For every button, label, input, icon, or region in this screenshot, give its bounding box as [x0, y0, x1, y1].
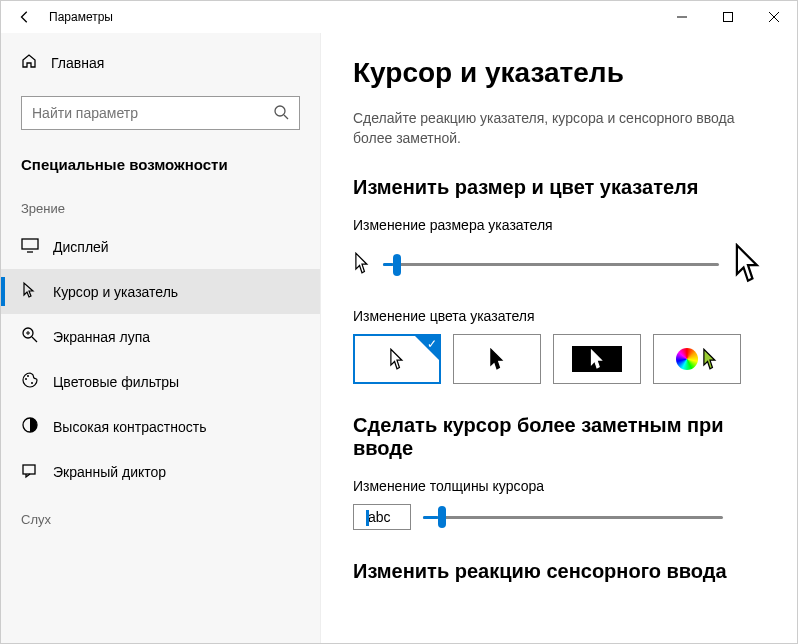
cursor-icon: [21, 281, 39, 302]
svg-point-13: [27, 375, 29, 377]
home-nav[interactable]: Главная: [1, 45, 320, 80]
main-content: Курсор и указатель Сделайте реакцию указ…: [321, 33, 797, 644]
page-description: Сделайте реакцию указателя, курсора и се…: [353, 109, 765, 148]
search-input-wrap[interactable]: [21, 96, 300, 130]
category-heading: Специальные возможности: [1, 146, 320, 183]
contrast-icon: [21, 416, 39, 437]
cursor-thickness-preview: abc: [353, 504, 411, 530]
group-hearing: Слух: [1, 494, 320, 535]
svg-rect-6: [22, 239, 38, 249]
sidebar-item-narrator[interactable]: Экранный диктор: [1, 449, 320, 494]
sidebar: Главная Специальные возможности Зрение Д…: [1, 33, 321, 644]
sidebar-item-label: Дисплей: [53, 239, 109, 255]
home-label: Главная: [51, 55, 104, 71]
svg-rect-1: [724, 13, 733, 22]
sidebar-item-magnifier[interactable]: Экранная лупа: [1, 314, 320, 359]
search-input[interactable]: [32, 105, 273, 121]
svg-line-5: [284, 115, 288, 119]
pointer-size-slider[interactable]: [383, 255, 719, 275]
section-pointer-heading: Изменить размер и цвет указателя: [353, 176, 765, 199]
pointer-color-inverted[interactable]: [553, 334, 641, 384]
close-button[interactable]: [751, 1, 797, 33]
page-title: Курсор и указатель: [353, 57, 765, 89]
section-touch-heading: Изменить реакцию сенсорного ввода: [353, 560, 765, 583]
pointer-size-label: Изменение размера указателя: [353, 217, 765, 233]
sidebar-item-label: Экранный диктор: [53, 464, 166, 480]
pointer-color-custom[interactable]: [653, 334, 741, 384]
maximize-button[interactable]: [705, 1, 751, 33]
minimize-button[interactable]: [659, 1, 705, 33]
sidebar-item-label: Цветовые фильтры: [53, 374, 179, 390]
section-cursor-heading: Сделать курсор более заметным при вводе: [353, 414, 765, 460]
pointer-color-white[interactable]: ✓: [353, 334, 441, 384]
sidebar-item-high-contrast[interactable]: Высокая контрастность: [1, 404, 320, 449]
svg-point-14: [31, 382, 33, 384]
pointer-color-label: Изменение цвета указателя: [353, 308, 765, 324]
display-icon: [21, 236, 39, 257]
svg-rect-16: [23, 465, 35, 474]
magnifier-icon: [21, 326, 39, 347]
cursor-small-icon: [353, 252, 371, 277]
group-vision: Зрение: [1, 183, 320, 224]
palette-icon: [21, 371, 39, 392]
svg-point-12: [25, 378, 27, 380]
sidebar-item-color-filters[interactable]: Цветовые фильтры: [1, 359, 320, 404]
color-wheel-icon: [676, 348, 698, 370]
sidebar-item-label: Экранная лупа: [53, 329, 150, 345]
sidebar-item-label: Высокая контрастность: [53, 419, 206, 435]
sidebar-item-cursor[interactable]: Курсор и указатель: [1, 269, 320, 314]
cursor-thickness-label: Изменение толщины курсора: [353, 478, 765, 494]
home-icon: [21, 53, 37, 72]
svg-point-4: [275, 106, 285, 116]
svg-line-9: [32, 337, 37, 342]
cursor-large-icon: [731, 243, 765, 286]
narrator-icon: [21, 461, 39, 482]
pointer-color-black[interactable]: [453, 334, 541, 384]
back-button[interactable]: [9, 1, 41, 33]
window-title: Параметры: [49, 10, 113, 24]
sidebar-item-display[interactable]: Дисплей: [1, 224, 320, 269]
search-icon: [273, 104, 289, 123]
sidebar-item-label: Курсор и указатель: [53, 284, 178, 300]
cursor-thickness-slider[interactable]: [423, 507, 723, 527]
